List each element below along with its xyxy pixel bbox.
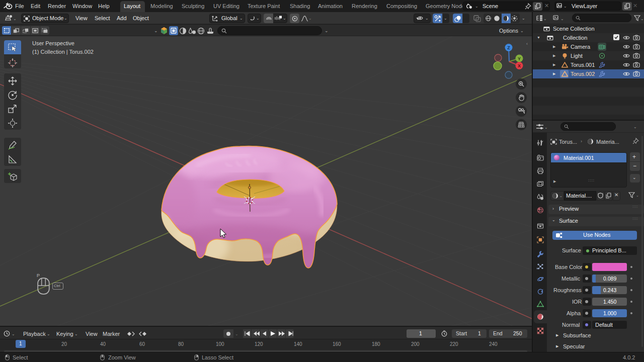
svg-text:X: X bbox=[518, 63, 521, 68]
svg-text:Z: Z bbox=[507, 45, 510, 50]
svg-text:Y: Y bbox=[518, 56, 521, 61]
